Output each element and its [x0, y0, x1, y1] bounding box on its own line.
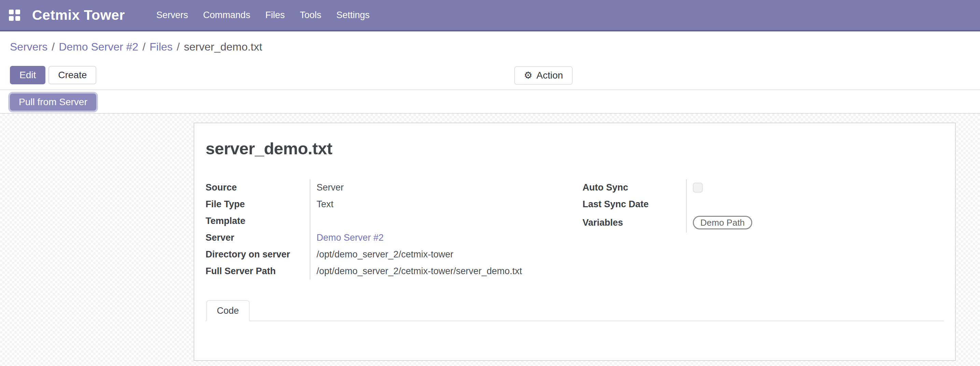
field-label-variables: Variables	[582, 213, 686, 232]
field-label-auto-sync: Auto Sync	[582, 179, 686, 196]
brand-title: Cetmix Tower	[32, 7, 125, 23]
variable-tag-demo-path[interactable]: Demo Path	[693, 216, 752, 229]
breadcrumb: Servers / Demo Server #2 / Files / serve…	[10, 41, 262, 53]
field-value-file-type: Text	[310, 196, 544, 213]
breadcrumb-separator: /	[138, 41, 150, 53]
field-value-auto-sync	[686, 179, 944, 196]
breadcrumb-current: server_demo.txt	[184, 41, 262, 53]
field-groups: Source Server File Type Text Template Se…	[205, 179, 944, 280]
tab-panel-code	[205, 321, 944, 357]
menu-item-files[interactable]: Files	[258, 5, 292, 25]
apps-menu-button[interactable]	[4, 5, 25, 25]
field-value-source: Server	[310, 179, 544, 196]
field-value-template	[310, 213, 544, 229]
field-value-directory-on-server: /opt/demo_server_2/cetmix-tower	[310, 246, 544, 263]
action-button-label: Action	[536, 70, 563, 81]
notebook: Code	[205, 300, 944, 357]
form-sheet: server_demo.txt Source Server File Type …	[194, 123, 956, 361]
menu-item-tools[interactable]: Tools	[292, 5, 329, 25]
action-button[interactable]: ⚙ Action	[514, 66, 573, 85]
menu-item-commands[interactable]: Commands	[196, 5, 258, 25]
apps-grid-icon	[9, 10, 20, 21]
statusbar: Pull from Server	[0, 91, 980, 114]
field-label-source: Source	[205, 179, 310, 196]
breadcrumb-separator: /	[173, 41, 184, 53]
field-label-template: Template	[205, 213, 310, 229]
pull-from-server-button[interactable]: Pull from Server	[10, 94, 96, 111]
breadcrumb-link-demo-server-2[interactable]: Demo Server #2	[59, 41, 138, 53]
top-navbar: Cetmix Tower Servers Commands Files Tool…	[0, 0, 980, 32]
menu-item-servers[interactable]: Servers	[149, 5, 196, 25]
record-title: server_demo.txt	[205, 139, 944, 158]
form-view-background: server_demo.txt Source Server File Type …	[0, 114, 980, 366]
auto-sync-checkbox[interactable]	[693, 183, 703, 193]
breadcrumb-link-files[interactable]: Files	[150, 41, 173, 53]
main-menu: Servers Commands Files Tools Settings	[149, 5, 377, 25]
create-button[interactable]: Create	[48, 66, 96, 84]
edit-button[interactable]: Edit	[10, 66, 45, 84]
menu-item-settings[interactable]: Settings	[329, 5, 377, 25]
gear-icon: ⚙	[524, 71, 532, 80]
tab-header: Code	[205, 300, 944, 321]
field-group-left: Source Server File Type Text Template Se…	[205, 179, 544, 280]
breadcrumb-separator: /	[48, 41, 59, 53]
field-label-server: Server	[205, 229, 310, 246]
field-value-last-sync-date	[686, 196, 944, 213]
field-label-directory-on-server: Directory on server	[205, 246, 310, 263]
field-label-file-type: File Type	[205, 196, 310, 213]
field-group-right: Auto Sync Last Sync Date Variables Demo …	[582, 179, 944, 280]
field-label-full-server-path: Full Server Path	[205, 263, 310, 280]
field-label-last-sync-date: Last Sync Date	[582, 196, 686, 213]
control-panel: Edit Create ⚙ Action	[0, 61, 980, 90]
breadcrumb-row: Servers / Demo Server #2 / Files / serve…	[0, 33, 980, 61]
field-value-full-server-path: /opt/demo_server_2/cetmix-tower/server_d…	[310, 263, 544, 280]
field-value-variables: Demo Path	[686, 213, 944, 232]
tab-code[interactable]: Code	[206, 300, 250, 321]
field-value-server: Demo Server #2	[310, 229, 544, 246]
breadcrumb-link-servers[interactable]: Servers	[10, 41, 48, 53]
server-link[interactable]: Demo Server #2	[317, 232, 384, 243]
